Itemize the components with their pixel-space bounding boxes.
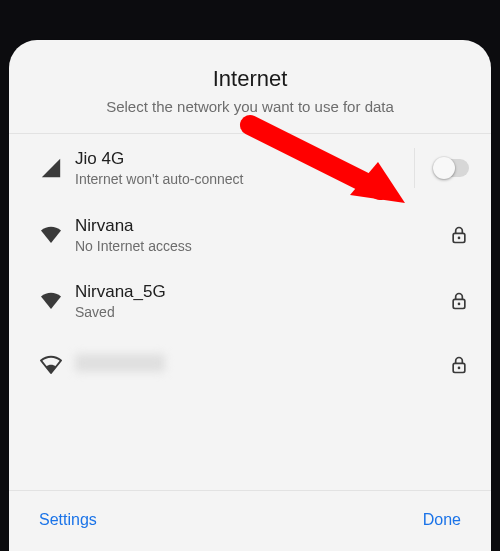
network-text: Nirvana_5G Saved [75, 282, 449, 320]
network-trailing [414, 148, 469, 188]
separator [414, 148, 415, 188]
network-text [75, 354, 449, 376]
internet-sheet: Internet Select the network you want to … [9, 40, 491, 551]
mobile-data-toggle[interactable] [433, 159, 469, 177]
network-detail: No Internet access [75, 238, 449, 254]
network-text: Nirvana No Internet access [75, 216, 449, 254]
network-row-wifi[interactable] [9, 334, 491, 396]
network-detail: Saved [75, 304, 449, 320]
network-trailing [449, 225, 469, 245]
wifi-outline-icon [27, 353, 75, 377]
network-list: Jio 4G Internet won't auto-connect Nirva… [9, 134, 491, 490]
network-detail: Internet won't auto-connect [75, 171, 414, 187]
network-row-wifi[interactable]: Nirvana No Internet access [9, 202, 491, 268]
sheet-header: Internet Select the network you want to … [9, 40, 491, 133]
sheet-title: Internet [33, 66, 467, 92]
network-trailing [449, 291, 469, 311]
done-button[interactable]: Done [419, 505, 465, 535]
lock-icon [449, 355, 469, 375]
network-name: Nirvana [75, 216, 449, 236]
wifi-full-icon [27, 289, 75, 313]
network-text: Jio 4G Internet won't auto-connect [75, 149, 414, 187]
sheet-subtitle: Select the network you want to use for d… [33, 98, 467, 115]
svg-point-5 [458, 367, 461, 370]
svg-point-3 [458, 303, 461, 306]
cellular-signal-icon [27, 157, 75, 179]
lock-icon [449, 225, 469, 245]
network-row-cellular[interactable]: Jio 4G Internet won't auto-connect [9, 134, 491, 202]
settings-button[interactable]: Settings [35, 505, 101, 535]
lock-icon [449, 291, 469, 311]
network-name: Nirvana_5G [75, 282, 449, 302]
network-name-redacted [75, 354, 165, 372]
sheet-footer: Settings Done [9, 491, 491, 551]
svg-point-1 [458, 237, 461, 240]
network-name: Jio 4G [75, 149, 414, 169]
network-trailing [449, 355, 469, 375]
network-row-wifi[interactable]: Nirvana_5G Saved [9, 268, 491, 334]
wifi-full-icon [27, 223, 75, 247]
